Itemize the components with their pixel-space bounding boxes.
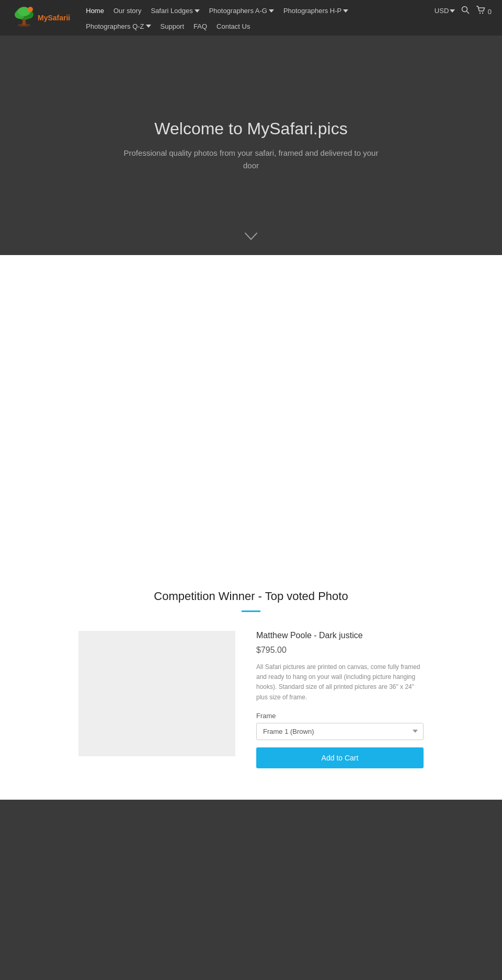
svg-point-9 — [480, 12, 481, 13]
nav-utilities: USD 0 — [435, 6, 492, 16]
nav-photographers-ag[interactable]: Photographers A-G — [209, 7, 274, 15]
brand-name: MySafarii — [38, 14, 70, 22]
product-title: Matthew Poole - Dark justice — [256, 631, 424, 640]
nav-home[interactable]: Home — [86, 7, 104, 15]
nav-row-bottom: Photographers Q-Z Support FAQ Contact Us — [86, 19, 492, 33]
cart-icon — [476, 6, 485, 14]
competition-heading: Competition Winner - Top voted Photo — [0, 590, 502, 603]
nav-photographers-hp[interactable]: Photographers H-P — [283, 7, 348, 15]
nav-contact[interactable]: Contact Us — [216, 22, 250, 30]
blue-divider — [242, 610, 260, 612]
svg-line-8 — [467, 11, 470, 14]
hero-title: Welcome to MySafari.pics — [154, 119, 347, 139]
cart-button[interactable]: 0 — [476, 6, 492, 16]
logo-container[interactable]: MySafarii — [10, 4, 70, 31]
site-logo — [10, 4, 38, 31]
product-info: Matthew Poole - Dark justice $795.00 All… — [256, 631, 424, 768]
white-spacer-section — [0, 255, 502, 579]
frame-label: Frame — [256, 712, 424, 720]
nav-support[interactable]: Support — [161, 22, 185, 30]
nav-links: Home Our story Safari Lodges Photographe… — [86, 3, 492, 33]
nav-photographers-qz[interactable]: Photographers Q-Z — [86, 22, 151, 30]
chevron-down-icon — [269, 9, 274, 13]
chevron-down-icon — [343, 9, 348, 13]
search-button[interactable] — [461, 6, 470, 16]
svg-point-10 — [482, 12, 483, 13]
nav-row-top: Home Our story Safari Lodges Photographe… — [86, 3, 492, 19]
svg-point-5 — [18, 24, 30, 27]
hero-subtitle: Professional quality photos from your sa… — [115, 147, 387, 172]
nav-faq[interactable]: FAQ — [193, 22, 207, 30]
nav-safari-lodges[interactable]: Safari Lodges — [151, 7, 199, 15]
currency-selector[interactable]: USD — [435, 7, 455, 15]
search-icon — [461, 6, 470, 14]
slideshow-section — [0, 800, 502, 980]
scroll-down-button[interactable] — [245, 230, 257, 243]
add-to-cart-button[interactable]: Add to Cart — [256, 747, 424, 768]
product-description: All Safari pictures are printed on canva… — [256, 662, 424, 702]
hero-section: Welcome to MySafari.pics Professional qu… — [0, 36, 502, 255]
svg-point-7 — [462, 6, 467, 11]
nav-our-story[interactable]: Our story — [113, 7, 141, 15]
chevron-down-icon — [245, 233, 257, 240]
product-image — [78, 631, 235, 756]
chevron-down-icon — [195, 9, 200, 13]
product-area: Matthew Poole - Dark justice $795.00 All… — [47, 631, 455, 768]
navbar: MySafarii Home Our story Safari Lodges P… — [0, 0, 502, 36]
svg-point-6 — [28, 7, 33, 12]
product-price: $795.00 — [256, 645, 424, 655]
competition-section: Competition Winner - Top voted Photo Mat… — [0, 579, 502, 800]
chevron-down-icon — [450, 9, 455, 13]
chevron-down-icon — [146, 25, 151, 28]
frame-select[interactable]: Frame 1 (Brown) — [256, 723, 424, 740]
